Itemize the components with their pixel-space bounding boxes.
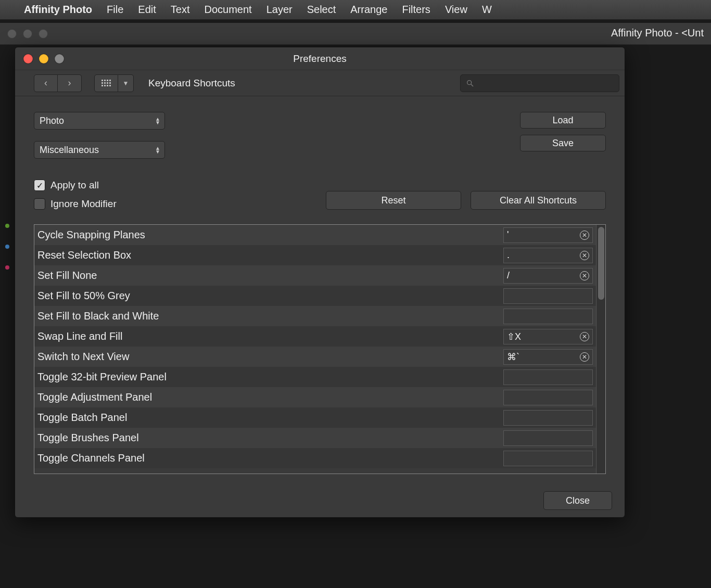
prefs-zoom-icon[interactable] [55,54,64,63]
background-toolbar-sliver [0,224,15,270]
ignore-modifier-label: Ignore Modifier [50,198,117,210]
checkbox-checked-icon: ✓ [34,180,45,191]
clear-shortcut-icon[interactable]: ✕ [580,251,589,260]
shortcut-name: Reset Selection Box [36,249,503,261]
shortcut-key-field[interactable]: '✕ [503,227,593,243]
traffic-close-icon[interactable] [7,29,17,39]
shortcut-name: Toggle Brushes Panel [36,432,503,444]
nav-forward-button[interactable]: › [58,74,82,92]
scrollbar-thumb[interactable] [598,227,604,300]
shortcut-key-value: ⌘` [507,351,519,363]
nav-back-button[interactable]: ‹ [34,74,58,92]
stepper-icon: ▲▼ [155,146,160,154]
sliver-dot-icon [5,265,9,270]
category-select[interactable]: Miscellaneous ▲▼ [34,141,165,159]
shortcut-row: Toggle Batch Panel [34,407,596,428]
category-select-value: Miscellaneous [40,145,99,156]
clear-shortcut-icon[interactable]: ✕ [580,332,589,341]
persona-select-value: Photo [40,116,64,126]
show-all-group: ▼ [94,74,134,92]
menu-file[interactable]: File [107,4,123,16]
persona-select[interactable]: Photo ▲▼ [34,112,165,130]
shortcut-key-field[interactable] [503,288,593,304]
preferences-titlebar: Preferences [15,47,625,70]
menu-arrange[interactable]: Arrange [350,4,387,16]
shortcut-name: Switch to Next View [36,351,503,363]
show-all-dropdown[interactable]: ▼ [118,74,134,92]
clear-shortcut-icon[interactable]: ✕ [580,352,589,362]
shortcut-row: Reset Selection Box.✕ [34,245,596,265]
traffic-minimize-icon[interactable] [23,29,32,39]
svg-point-0 [467,80,472,84]
shortcut-key-field[interactable] [503,430,593,446]
traffic-zoom-icon[interactable] [39,29,48,39]
shortcut-name: Toggle Channels Panel [36,452,503,464]
save-button[interactable]: Save [520,135,606,151]
search-field[interactable] [460,74,619,92]
shortcut-name: Swap Line and Fill [36,330,503,342]
menu-layer[interactable]: Layer [266,4,293,16]
clear-all-shortcuts-button[interactable]: Clear All Shortcuts [471,191,606,210]
shortcut-name: Toggle 32-bit Preview Panel [36,371,503,383]
menu-select[interactable]: Select [307,4,336,16]
apply-to-all-checkbox[interactable]: ✓ Apply to all [34,180,117,191]
shortcut-row: Swap Line and Fill⇧X✕ [34,326,596,347]
stepper-icon: ▲▼ [155,117,160,124]
main-window-title: Affinity Photo - <Unt [611,27,704,39]
sliver-dot-icon [5,224,9,228]
close-button[interactable]: Close [543,491,612,510]
preferences-window: Preferences ‹ › ▼ Keyboard Shortcuts [15,47,625,518]
shortcut-row: Toggle Adjustment Panel [34,387,596,407]
preferences-title: Preferences [15,53,625,65]
shortcut-key-field[interactable]: .✕ [503,248,593,263]
clear-shortcut-icon[interactable]: ✕ [580,231,589,240]
menu-window-truncated[interactable]: W [482,4,492,16]
menu-edit[interactable]: Edit [138,4,156,16]
shortcut-row: Switch to Next View⌘`✕ [34,347,596,367]
shortcut-key-field[interactable]: ⌘`✕ [503,349,593,365]
shortcuts-list: Cycle Snapping Planes'✕Reset Selection B… [34,224,606,474]
scrollbar[interactable] [596,225,605,474]
main-window-titlebar: Affinity Photo - <Unt [0,23,711,45]
shortcut-row: Set Fill to 50% Grey [34,286,596,306]
shortcut-key-field[interactable]: /✕ [503,268,593,284]
menu-filters[interactable]: Filters [402,4,430,16]
shortcut-row: Set Fill to Black and White [34,306,596,326]
shortcut-key-field[interactable]: ⇧X✕ [503,329,593,344]
system-menubar: Affinity Photo File Edit Text Document L… [0,0,711,20]
checkbox-unchecked-icon [34,198,45,210]
menu-view[interactable]: View [445,4,467,16]
shortcut-name: Cycle Snapping Planes [36,229,503,241]
shortcut-key-field[interactable] [503,390,593,405]
reset-button[interactable]: Reset [326,191,461,210]
menu-document[interactable]: Document [204,4,251,16]
shortcut-row: Toggle 32-bit Preview Panel [34,367,596,387]
shortcut-name: Toggle Adjustment Panel [36,391,503,403]
breadcrumb: Keyboard Shortcuts [148,78,235,89]
chevron-down-icon: ▼ [123,80,129,87]
shortcut-key-field[interactable] [503,451,593,466]
shortcut-key-field[interactable] [503,410,593,426]
shortcut-key-field[interactable] [503,309,593,324]
shortcut-key-value: ⇧X [507,331,521,342]
prefs-close-icon[interactable] [23,54,33,63]
apply-to-all-label: Apply to all [50,180,99,191]
show-all-button[interactable] [94,74,118,92]
ignore-modifier-checkbox[interactable]: Ignore Modifier [34,198,117,210]
shortcut-key-field[interactable] [503,369,593,385]
app-menu[interactable]: Affinity Photo [24,4,92,16]
shortcut-row: Set Fill None/✕ [34,265,596,286]
preferences-toolbar: ‹ › ▼ Keyboard Shortcuts [15,70,625,96]
shortcut-key-value: / [507,270,510,281]
prefs-minimize-icon[interactable] [39,54,48,63]
svg-line-1 [471,84,473,86]
shortcut-row: Cycle Snapping Planes'✕ [34,225,596,245]
shortcut-row: Toggle Brushes Panel [34,428,596,448]
load-button[interactable]: Load [520,112,606,129]
search-icon [466,79,474,87]
menu-text[interactable]: Text [171,4,190,16]
search-input[interactable] [478,79,614,88]
clear-shortcut-icon[interactable]: ✕ [580,271,589,280]
shortcut-name: Toggle Batch Panel [36,412,503,424]
shortcut-row: Toggle Channels Panel [34,448,596,468]
